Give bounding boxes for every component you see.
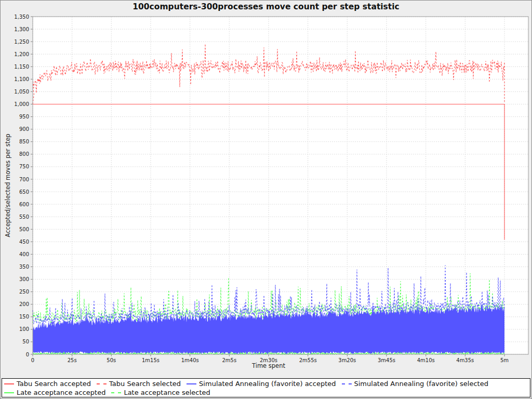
y-tick-label: 800 [19,151,29,157]
y-tick-label: 900 [19,126,29,132]
legend-item: Simulated Annealing (favorite) selected [342,379,488,388]
y-tick-label: 700 [19,177,29,182]
y-tick-label: 650 [19,189,29,195]
y-tick-label: 1,150 [14,64,29,70]
legend-label: Simulated Annealing (favorite) selected [354,380,488,388]
y-tick-label: 600 [19,202,29,207]
y-tick-label: 950 [19,114,29,119]
legend-line-swatch-solid [187,383,196,384]
y-tick-label: 1,250 [14,39,29,45]
y-tick-label: 300 [19,276,29,282]
y-tick-label: 100 [19,326,29,332]
legend-line-swatch-dashed [111,392,121,393]
y-tick-label: 850 [19,139,29,144]
y-tick-label: 50 [22,339,29,344]
y-tick-label: 1,350 [14,14,29,20]
y-tick-label: 1,200 [14,51,29,57]
legend: Tabu Search acceptedTabu Search selected… [2,378,530,397]
legend-label: Tabu Search selected [109,380,181,388]
legend-label: Late acceptance selected [124,389,210,396]
y-tick-label: 200 [19,301,29,307]
y-tick-label: 1,100 [14,76,29,82]
legend-line-swatch-solid [4,383,14,384]
y-tick-label: 1,050 [14,89,29,95]
legend-line-swatch-dashed [342,383,352,384]
y-tick-label: 450 [19,239,29,245]
legend-line-swatch-dashed [97,383,107,384]
legend-item: Tabu Search accepted [4,379,91,388]
y-tick-label: 550 [19,214,29,220]
y-tick-label: 400 [19,251,29,257]
y-tick-label: 250 [19,289,29,295]
y-tick-label: 1,300 [14,26,29,32]
legend-item: Late acceptance accepted [4,388,105,397]
legend-item: Tabu Search selected [97,379,181,388]
legend-label: Tabu Search accepted [17,380,91,388]
legend-label: Late acceptance accepted [17,389,105,396]
x-axis-title: Time spent [33,362,504,369]
legend-line-swatch-solid [4,392,14,393]
y-tick-label: 500 [19,227,29,232]
legend-item: Simulated Annealing (favorite) accepted [187,379,336,388]
legend-label: Simulated Annealing (favorite) accepted [199,380,336,388]
y-tick-label: 750 [19,164,29,169]
y-tick-label: 150 [19,314,29,320]
chart-canvas: 0501001502002503003504004505005506006507… [1,1,532,378]
y-axis-title: Accepted/selected moves per step [4,17,11,354]
y-tick-label: 0 [26,352,29,357]
benchmark-chart-window: 100computers-300processes move count per… [0,0,532,399]
y-tick-label: 350 [19,264,29,270]
legend-item: Late acceptance selected [111,388,210,397]
y-tick-label: 1,000 [14,101,29,107]
